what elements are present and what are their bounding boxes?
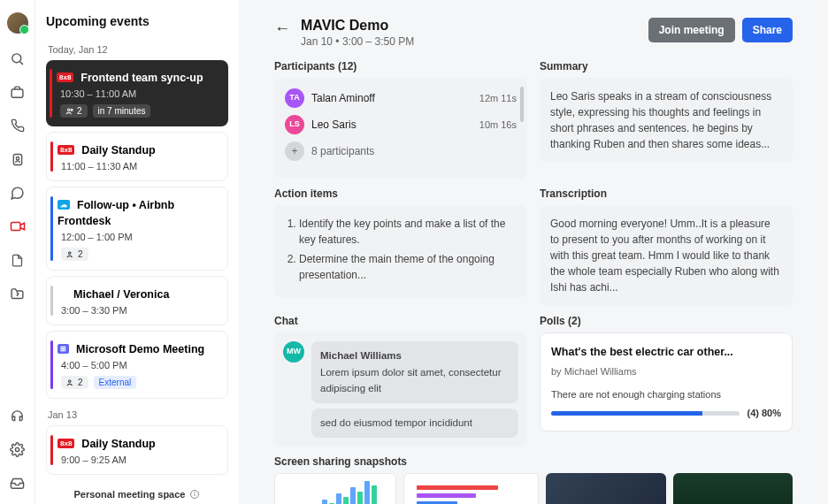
- svg-point-10: [69, 380, 72, 383]
- snapshot-thumbnail[interactable]: [403, 473, 540, 504]
- meeting-subtitle: Jan 10 • 3:00 – 3:50 PM: [301, 35, 414, 48]
- plus-icon: +: [285, 141, 304, 161]
- participant-avatar: TA: [285, 88, 304, 108]
- svg-point-0: [12, 53, 21, 62]
- more-participants[interactable]: + 8 participants: [285, 141, 517, 161]
- snapshot-thumbnail[interactable]: [274, 473, 396, 504]
- inbox-icon[interactable]: [9, 474, 27, 492]
- polls-label: Polls (2): [540, 315, 793, 327]
- snapshot-thumbnail[interactable]: [673, 473, 794, 504]
- action-items-label: Action items: [274, 187, 527, 200]
- participant-row[interactable]: LS Leo Saris 10m 16s: [285, 115, 517, 134]
- personal-space-label: Personal meeting space: [46, 489, 228, 500]
- svg-rect-5: [11, 223, 20, 231]
- participant-row[interactable]: TA Talan Aminoff 12m 11s: [285, 88, 517, 108]
- chat-label: Chat: [274, 315, 527, 327]
- svg-point-8: [71, 109, 73, 111]
- transcription-label: Transcription: [540, 187, 793, 200]
- document-icon[interactable]: [9, 251, 27, 269]
- provider-badge: ⊞: [58, 344, 69, 354]
- svg-point-6: [15, 447, 19, 451]
- snapshot-thumbnail[interactable]: [546, 473, 666, 504]
- action-item: Determine the main theme of the ongoing …: [299, 251, 517, 283]
- briefcase-icon[interactable]: [9, 83, 27, 101]
- provider-badge: 8x8: [57, 73, 73, 82]
- external-chip: External: [94, 376, 137, 389]
- event-card[interactable]: 8x8Daily Standup 11:00 – 11:30 AM: [46, 132, 228, 181]
- event-card[interactable]: 8x8Frontend team sync-up 10:30 – 11:00 A…: [46, 60, 228, 126]
- search-icon[interactable]: [9, 50, 27, 67]
- video-icon[interactable]: [9, 218, 27, 235]
- join-meeting-button[interactable]: Join meeting: [648, 18, 735, 42]
- events-sidebar: Upcoming events Today, Jan 12 8x8Fronten…: [35, 0, 239, 504]
- date-next: Jan 13: [48, 409, 228, 420]
- meeting-title: MAVIC Demo: [301, 18, 414, 34]
- event-card[interactable]: ☁Follow-up • Airbnb Frontdesk 12:00 – 1:…: [46, 187, 228, 271]
- svg-rect-2: [12, 88, 23, 96]
- svg-point-9: [69, 252, 72, 255]
- meeting-detail: ← MAVIC Demo Jan 10 • 3:00 – 3:50 PM Joi…: [239, 0, 828, 504]
- participant-avatar: LS: [285, 115, 304, 134]
- summary-card: Leo Saris speaks in a stream of consciou…: [540, 78, 793, 163]
- participants-card: TA Talan Aminoff 12m 11s LS Leo Saris 10…: [274, 78, 527, 179]
- contacts-icon[interactable]: [9, 150, 27, 168]
- nav-rail: [0, 0, 35, 504]
- svg-line-1: [20, 61, 23, 64]
- date-today: Today, Jan 12: [48, 44, 228, 55]
- summary-label: Summary: [540, 60, 793, 73]
- action-items-card: Identify the key points and make a list …: [274, 205, 527, 297]
- snapshots-label: Screen sharing snapshots: [274, 455, 793, 468]
- provider-badge: 8x8: [58, 439, 74, 448]
- participants-chip: 2: [61, 248, 88, 261]
- participants-chip: 2: [60, 104, 88, 118]
- headset-icon[interactable]: [9, 407, 27, 424]
- sidebar-title: Upcoming events: [46, 14, 228, 28]
- countdown-chip: in 7 minutes: [93, 104, 151, 118]
- svg-point-4: [16, 157, 19, 159]
- folder-icon[interactable]: [9, 285, 27, 302]
- event-card[interactable]: ⊞Microsoft Demo Meeting 4:00 – 5:00 PM 2…: [46, 331, 228, 399]
- chat-avatar: MW: [283, 341, 304, 363]
- info-icon[interactable]: [189, 489, 200, 500]
- polls-card[interactable]: What's the best electric car other... by…: [540, 332, 793, 431]
- event-card[interactable]: 8x8Daily Standup 9:00 – 9:25 AM: [46, 425, 228, 475]
- user-avatar[interactable]: [7, 12, 28, 34]
- back-button[interactable]: ←: [274, 19, 290, 38]
- chat-card: MW Michael Williams Lorem ipsum dolor si…: [274, 332, 527, 447]
- snapshots-row: [274, 473, 793, 504]
- settings-icon[interactable]: [9, 440, 27, 458]
- transcription-card: Good morning everyone! Umm..It is a plea…: [540, 205, 793, 306]
- action-item: Identify the key points and make a list …: [299, 216, 517, 248]
- svg-point-13: [195, 493, 196, 493]
- event-card[interactable]: Michael / Veronica 3:00 – 3:30 PM: [46, 276, 228, 325]
- provider-badge: 8x8: [58, 145, 74, 155]
- svg-point-7: [68, 109, 71, 111]
- phone-icon[interactable]: [9, 117, 27, 134]
- participants-label: Participants (12): [274, 60, 527, 73]
- share-button[interactable]: Share: [742, 18, 793, 42]
- participants-chip: 2: [61, 376, 88, 389]
- provider-badge: ☁: [58, 200, 70, 210]
- chat-icon[interactable]: [9, 184, 27, 202]
